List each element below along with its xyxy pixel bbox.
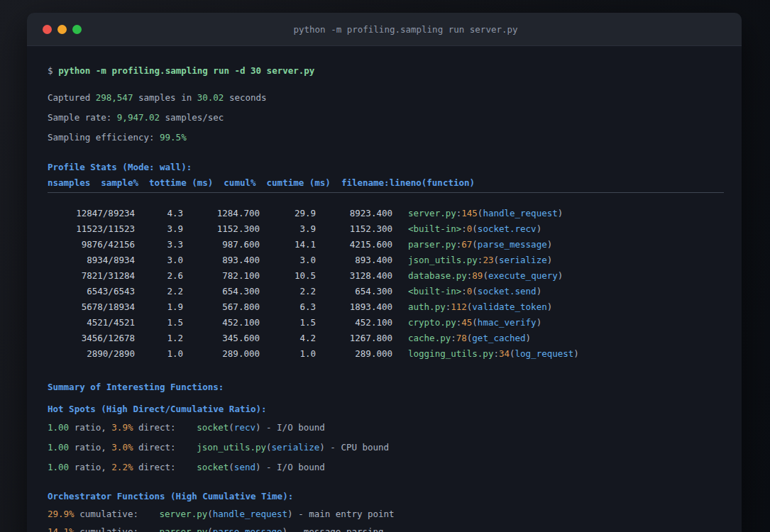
function-name: get_cached (472, 333, 525, 343)
close-paren: ) (537, 317, 542, 328)
minimize-icon[interactable] (57, 25, 67, 34)
function-name: handle_request (213, 509, 287, 519)
ratio-label: ratio, (69, 442, 111, 453)
close-icon[interactable] (43, 25, 52, 34)
tottime-value: 654.300 (183, 284, 260, 299)
cumul-pct-value: 4.2 (260, 331, 316, 346)
ratio-value: 1.00 (48, 422, 69, 433)
close-paren: ) (319, 442, 325, 453)
direct-pct-value: 3.0% (111, 442, 133, 453)
command-line: $python -m profiling.sampling run -d 30 … (48, 63, 724, 79)
direct-pct-value: 2.2% (111, 462, 133, 472)
cumul-pct-value: 29.9 (260, 206, 316, 221)
sample-pct-value: 1.0 (135, 346, 183, 362)
function-name: execute_query (488, 270, 558, 281)
cumtime-value: 8923.400 (316, 206, 392, 221)
file-reference: <built-in>:0(socket.send) (408, 284, 541, 299)
titlebar[interactable]: python -m profiling.sampling run server.… (27, 13, 742, 46)
cumul-pct-value: 10.5 (260, 268, 316, 284)
file-reference: json_utils.py(serialize) (197, 442, 325, 453)
function-name: parse_message (478, 239, 547, 250)
maximize-icon[interactable] (72, 25, 82, 34)
summary-heading: Summary of Interesting Functions: (48, 379, 724, 395)
nsamples-value: 2890/2890 (48, 346, 135, 362)
file-reference: json_utils.py:23(serialize) (408, 253, 552, 268)
filename: json_utils.py (408, 255, 478, 265)
direct-label: direct: (133, 422, 181, 433)
ratio-value: 1.00 (48, 462, 69, 472)
cumul-pct-value: 1.5 (260, 315, 316, 331)
open-paren: ( (266, 442, 272, 453)
table-column-headers: nsamples sample% tottime (ms) cumul% cum… (48, 175, 724, 191)
bound-note: - I/O bound (261, 422, 325, 433)
filename: json_utils.py (197, 442, 266, 453)
captured-label: Captured (48, 92, 96, 103)
nsamples-value: 7821/31284 (48, 268, 135, 284)
cumtime-value: 893.400 (316, 253, 392, 268)
function-name: socket.send (478, 286, 537, 297)
close-paren: ) (526, 333, 532, 343)
nsamples-value: 4521/4521 (48, 315, 135, 331)
nsamples-value: 11523/11523 (48, 221, 135, 237)
file-reference: parser.py(parse_message) (159, 526, 287, 532)
cumulative-label: cumulative: (75, 509, 144, 519)
close-paren: ) (558, 208, 563, 218)
rate-value: 9,947.02 (117, 112, 160, 123)
file-reference: logging_utils.py:34(log_request) (408, 346, 579, 362)
table-row: 3456/126781.2345.6004.21267.800cache.py:… (48, 331, 724, 346)
sample-pct-value: 3.3 (135, 237, 183, 253)
cumul-pct-value: 2.2 (260, 284, 316, 299)
terminal-window: python -m profiling.sampling run server.… (27, 13, 742, 532)
rate-suffix: samples/sec (160, 112, 224, 123)
filename: crypto.py (408, 317, 456, 328)
orchestrator-note: - main entry point (293, 509, 395, 519)
filename: parser.py (408, 239, 456, 250)
hot-spots-list: 1.00 ratio, 3.9% direct: socket(recv) - … (48, 420, 724, 475)
close-paren: ) (558, 270, 563, 281)
shell-prompt: $ (48, 65, 53, 76)
cumtime-value: 1893.400 (316, 299, 392, 315)
close-paren: ) (547, 239, 553, 250)
function-name: send (234, 462, 255, 472)
colon: : (461, 223, 467, 234)
filename: socket (197, 462, 229, 472)
direct-label: direct: (133, 442, 181, 453)
cumtime-value: 4215.600 (316, 237, 392, 253)
file-reference: server.py:145(handle_request) (408, 206, 563, 221)
line-number: 45 (461, 317, 472, 328)
colon: : (461, 286, 467, 297)
open-paren: ( (229, 422, 234, 433)
tottime-value: 987.600 (183, 237, 260, 253)
filename: server.py (408, 208, 456, 218)
file-reference: database.py:89(execute_query) (408, 268, 563, 284)
close-paren: ) (573, 348, 579, 359)
cumtime-value: 289.000 (316, 346, 392, 362)
orchestrators-heading: Orchestrator Functions (High Cumulative … (48, 489, 724, 504)
terminal-content: $python -m profiling.sampling run -d 30 … (27, 46, 742, 532)
function-name: hmac_verify (478, 317, 537, 328)
tottime-value: 1152.300 (183, 221, 260, 237)
function-name: handle_request (483, 208, 557, 218)
orchestrator-line: 29.9% cumulative: server.py(handle_reque… (48, 506, 724, 522)
file-reference: auth.py:112(validate_token) (408, 299, 552, 315)
filename: <built-in> (408, 286, 461, 297)
table-row: 8934/89343.0893.4003.0893.400json_utils.… (48, 253, 724, 268)
cumul-pct-value: 1.0 (260, 346, 316, 362)
file-reference: server.py(handle_request) (159, 509, 292, 519)
line-number: 145 (461, 208, 478, 218)
file-reference: <built-in>:0(socket.recv) (408, 221, 541, 237)
close-paren: ) (537, 223, 542, 234)
line-number: 112 (451, 301, 467, 312)
close-paren: ) (547, 301, 553, 312)
file-reference: socket(send) (197, 462, 260, 472)
orchestrators-list: 29.9% cumulative: server.py(handle_reque… (48, 506, 724, 532)
captured-mid: samples in (133, 92, 197, 103)
cumul-pct-value: 3.0 (260, 253, 316, 268)
close-paren: ) (255, 462, 261, 472)
nsamples-value: 9876/42156 (48, 237, 135, 253)
sample-pct-value: 1.2 (135, 331, 183, 346)
table-row: 2890/28901.0289.0001.0289.000logging_uti… (48, 346, 724, 362)
tottime-value: 452.100 (183, 315, 260, 331)
ratio-label: ratio, (69, 462, 111, 472)
cumtime-value: 654.300 (316, 284, 392, 299)
